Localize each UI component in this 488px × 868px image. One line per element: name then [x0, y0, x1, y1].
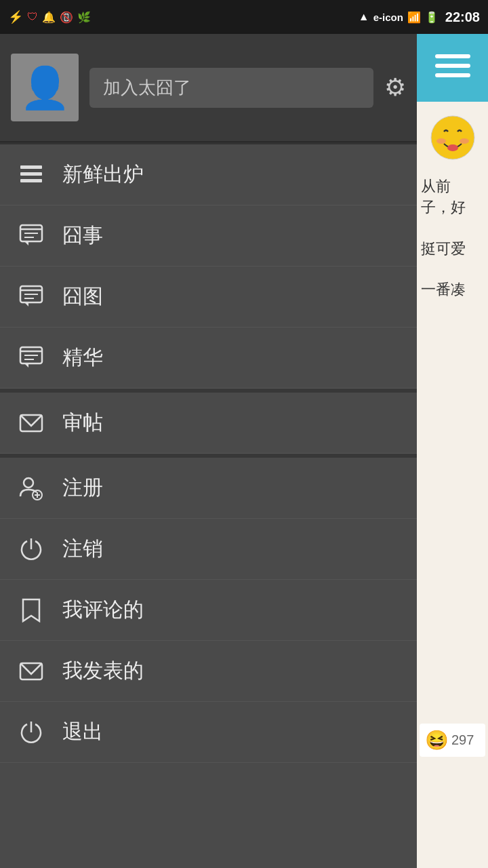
signal-icon: 📶	[407, 11, 421, 24]
svg-rect-2	[20, 179, 42, 182]
notification-icon: 🔔	[42, 11, 56, 24]
right-panel: 从前 子，好 挺可爱 一番凑 😆 297	[417, 34, 488, 868]
avatar: 👤	[11, 54, 79, 121]
menu-item-zhuce[interactable]: 注册	[0, 458, 417, 519]
menu-item-jinghua[interactable]: 精华	[0, 328, 417, 389]
power-icon-1	[16, 534, 46, 564]
status-icons-right: ▲ e-icon 📶 🔋 22:08	[359, 9, 480, 25]
menu-item-shengtie[interactable]: 审帖	[0, 393, 417, 454]
list-icon	[16, 160, 46, 190]
avatar-icon: 👤	[20, 64, 70, 112]
svg-point-19	[24, 478, 33, 488]
chat-icon-3	[16, 343, 46, 373]
preview-text-2: 挺可爱	[421, 239, 484, 260]
right-panel-content: 从前 子，好 挺可爱 一番凑	[417, 102, 488, 307]
usb-icon: ⚡	[8, 9, 23, 24]
menu-item-exit[interactable]: 退出	[0, 702, 417, 763]
svg-point-31	[460, 138, 469, 144]
main-layout: 👤 加入太囧了 ⚙ 新鲜出炉	[0, 34, 488, 868]
mail-icon-1	[16, 408, 46, 438]
menu-label-shengtie: 审帖	[62, 409, 103, 437]
time-display: 22:08	[445, 9, 480, 25]
chat-icon-2	[16, 282, 46, 312]
menu-label-fresh: 新鲜出炉	[62, 161, 144, 189]
svg-rect-0	[20, 165, 42, 169]
phone-icon: 📵	[60, 11, 73, 24]
username-display[interactable]: 加入太囧了	[89, 68, 373, 108]
status-bar: ⚡ 🛡 🔔 📵 🌿 ▲ e-icon 📶 🔋 22:08	[0, 0, 488, 34]
bookmark-icon	[16, 595, 46, 625]
menu-item-jiong-shi[interactable]: 囧事	[0, 205, 417, 267]
user-register-icon	[16, 473, 46, 503]
chat-icon-1	[16, 221, 46, 251]
hamburger-icon	[432, 49, 473, 87]
menu-item-fresh[interactable]: 新鲜出炉	[0, 144, 417, 205]
app-icon: 🌿	[77, 11, 91, 24]
laugh-icon: 😆	[425, 729, 449, 751]
svg-rect-28	[435, 73, 470, 77]
battery-icon: 🔋	[425, 11, 439, 24]
menu-label-zhuxiao: 注销	[62, 535, 103, 563]
svg-marker-12	[24, 302, 28, 307]
svg-rect-27	[435, 64, 470, 68]
comment-count: 297	[451, 732, 474, 748]
svg-rect-1	[20, 172, 42, 176]
svg-point-29	[431, 116, 474, 159]
preview-text-3: 一番凑	[421, 279, 484, 300]
preview-text-1: 从前 子，好	[421, 176, 484, 218]
menu-label-jiong-tu: 囧图	[62, 283, 103, 311]
right-panel-header[interactable]	[417, 34, 488, 102]
menu-label-exit: 退出	[62, 718, 103, 746]
profile-header: 👤 加入太囧了 ⚙	[0, 34, 417, 142]
svg-rect-26	[435, 54, 470, 58]
menu-item-jiong-tu[interactable]: 囧图	[0, 267, 417, 328]
status-icons-left: ⚡ 🛡 🔔 📵 🌿	[8, 9, 91, 24]
svg-point-30	[436, 138, 446, 144]
menu-label-my-posts: 我发表的	[62, 657, 144, 685]
menu-label-jinghua: 精华	[62, 344, 103, 372]
svg-marker-7	[24, 241, 28, 245]
menu-item-zhuxiao[interactable]: 注销	[0, 519, 417, 580]
menu-label-my-comments: 我评论的	[62, 596, 144, 624]
menu-label-zhuce: 注册	[62, 474, 103, 502]
shield-icon: 🛡	[27, 11, 38, 23]
svg-point-32	[447, 144, 458, 151]
power-icon-2	[16, 717, 46, 747]
network-type-label: e-icon	[373, 12, 403, 23]
mail-icon-2	[16, 656, 46, 686]
preview-emoji	[421, 114, 484, 171]
settings-button[interactable]: ⚙	[384, 73, 406, 102]
menu-item-my-posts[interactable]: 我发表的	[0, 641, 417, 702]
comment-count-badge[interactable]: 😆 297	[420, 724, 485, 757]
sidebar: 👤 加入太囧了 ⚙ 新鲜出炉	[0, 34, 417, 868]
wifi-icon: ▲	[359, 11, 369, 23]
menu-item-my-comments[interactable]: 我评论的	[0, 580, 417, 641]
menu-label-jiong-shi: 囧事	[62, 222, 103, 250]
